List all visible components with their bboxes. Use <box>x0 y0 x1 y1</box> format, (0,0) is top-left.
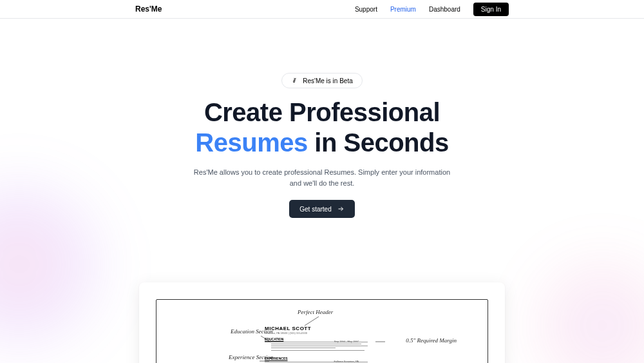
annotation-margin: 0.5" Required Margin <box>406 337 457 344</box>
resume-line <box>271 344 361 344</box>
nav-dashboard[interactable]: Dashboard <box>429 6 460 13</box>
nav-premium[interactable]: Premium <box>390 6 416 13</box>
sparkle-icon <box>291 77 299 84</box>
arrow-right-icon <box>337 205 345 213</box>
resume-sketch: Perfect Header Education Section Experie… <box>156 299 488 363</box>
sign-in-button[interactable]: Sign In <box>473 3 509 16</box>
resume-line <box>271 346 368 346</box>
annotation-header: Perfect Header <box>298 309 333 315</box>
hero-headline: Create Professional Resumes in Seconds <box>0 97 644 158</box>
section-education-label: EDUCATION <box>265 337 283 341</box>
headline-rest: in Seconds <box>308 128 449 157</box>
site-header: Res'Me Support Premium Dashboard Sign In <box>0 0 644 19</box>
date-text: Sep 1994 - May 1997 <box>334 340 359 343</box>
resume-contact-line: Scranton, PA 18503 | (555) 555-0100 <box>265 332 355 335</box>
headline-line1: Create Professional <box>204 98 440 126</box>
headline-accent: Resumes <box>195 128 307 157</box>
hero-subtitle: Res'Me allows you to create professional… <box>193 167 451 188</box>
resume-line <box>271 348 336 348</box>
hero-section: Res'Me is in Beta Create Professional Re… <box>0 19 644 218</box>
resume-line <box>271 350 365 351</box>
svg-line-0 <box>305 317 319 326</box>
section-experience-label: EXPERIENCES <box>265 357 288 360</box>
badge-text: Res'Me is in Beta <box>303 77 353 84</box>
nav-support[interactable]: Support <box>355 6 377 13</box>
main-nav: Support Premium Dashboard Sign In <box>355 3 509 16</box>
get-started-button[interactable]: Get started <box>289 200 354 218</box>
decorative-gradient-right <box>522 245 644 363</box>
beta-badge: Res'Me is in Beta <box>281 73 363 88</box>
date-text: Fulltime Scranton, PA <box>334 360 359 363</box>
resume-preview-card: Perfect Header Education Section Experie… <box>139 282 505 363</box>
resume-name: MICHAEL SCOTT <box>265 326 311 331</box>
logo[interactable]: Res'Me <box>135 5 162 14</box>
cta-label: Get started <box>299 206 331 213</box>
